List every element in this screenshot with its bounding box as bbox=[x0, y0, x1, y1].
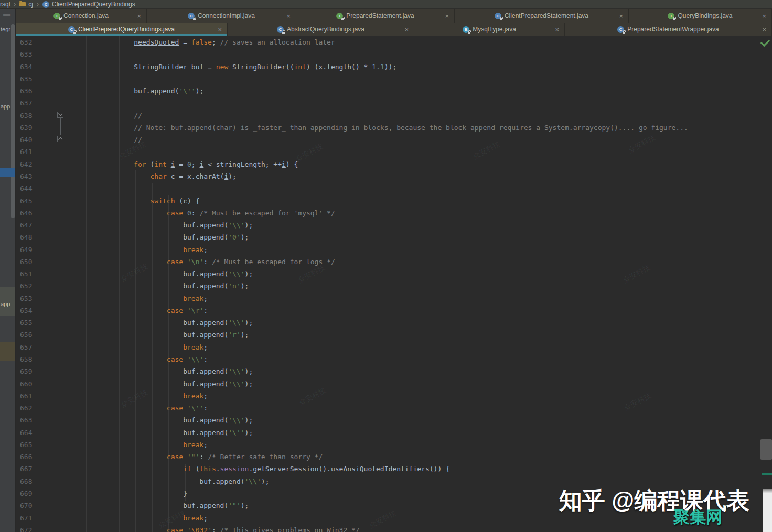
code-line-654[interactable]: 654 case '\r': bbox=[16, 305, 772, 317]
line-number: 632 bbox=[20, 36, 41, 48]
code-line-632[interactable]: 632 needsQuoted = false; // saves an all… bbox=[16, 36, 772, 49]
line-number: 654 bbox=[20, 305, 41, 317]
line-number: 634 bbox=[20, 61, 41, 73]
code-line-641[interactable]: 641 bbox=[16, 146, 772, 158]
code-line-635[interactable]: 635 bbox=[16, 73, 772, 85]
tab-close-icon[interactable]: × bbox=[762, 13, 766, 19]
readonly-lock-icon bbox=[193, 18, 196, 20]
code-line-634[interactable]: 634 StringBuilder buf = new StringBuilde… bbox=[16, 61, 772, 73]
editor-tab[interactable]: C PreparedStatementWrapper.java × bbox=[565, 23, 772, 36]
watermark-strip bbox=[763, 489, 772, 532]
code-line-672[interactable]: 672 case '\032': /* This gives problems … bbox=[16, 524, 772, 532]
line-number: 657 bbox=[20, 341, 41, 353]
line-number: 645 bbox=[20, 195, 41, 207]
line-number: 648 bbox=[20, 231, 41, 243]
file-type-icon: E bbox=[463, 26, 469, 33]
code-line-642[interactable]: 642 for (int i = 0; i < stringLength; ++… bbox=[16, 158, 772, 171]
code-line-657[interactable]: 657 break; bbox=[16, 341, 772, 354]
code-line-663[interactable]: 663 buf.append('\\'); bbox=[16, 414, 772, 427]
tab-label: PreparedStatement.java bbox=[346, 12, 414, 19]
editor-tab[interactable]: I Connection.java × bbox=[16, 9, 147, 23]
line-number: 670 bbox=[20, 500, 41, 512]
code-line-662[interactable]: 662 case '\'': bbox=[16, 402, 772, 415]
editor-tab[interactable]: I QueryBindings.java × bbox=[629, 9, 772, 23]
ide-window: rsql › cj › C ClientPreparedQueryBinding… bbox=[0, 0, 772, 532]
code-line-665[interactable]: 665 break; bbox=[16, 439, 772, 451]
file-type-icon: C bbox=[617, 26, 624, 33]
tab-close-icon[interactable]: × bbox=[137, 13, 141, 19]
code-line-644[interactable]: 644 bbox=[16, 182, 772, 195]
code-line-659[interactable]: 659 buf.append('\\'); bbox=[16, 365, 772, 378]
code-line-658[interactable]: 658 case '\\': bbox=[16, 353, 772, 366]
breadcrumb-separator-icon: › bbox=[37, 1, 39, 8]
line-number: 658 bbox=[20, 353, 41, 365]
code-line-647[interactable]: 647 buf.append('\\'); bbox=[16, 219, 772, 232]
code-line-648[interactable]: 648 buf.append('0'); bbox=[16, 231, 772, 244]
code-line-650[interactable]: 650 case '\n': /* Must be escaped for lo… bbox=[16, 256, 772, 268]
file-type-icon: C bbox=[188, 13, 195, 19]
project-scrollbar-thumb[interactable] bbox=[11, 24, 15, 218]
readonly-lock-icon bbox=[282, 32, 285, 34]
code-line-637[interactable]: 637 bbox=[16, 97, 772, 110]
project-tree-item[interactable]: tegr bbox=[1, 26, 10, 32]
code-line-664[interactable]: 664 buf.append('\''); bbox=[16, 427, 772, 439]
project-tree-item[interactable]: app bbox=[1, 301, 10, 307]
editor-scrollbar-thumb[interactable] bbox=[760, 439, 772, 460]
editor-tab[interactable]: C ClientPreparedStatement.java × bbox=[455, 9, 629, 23]
editor-tab[interactable]: C AbstractQueryBindings.java × bbox=[228, 23, 414, 36]
code-line-649[interactable]: 649 break; bbox=[16, 244, 772, 256]
code-line-646[interactable]: 646 case 0: /* Must be escaped for 'mysq… bbox=[16, 207, 772, 220]
code-line-639[interactable]: 639 // Note: buf.append(char) is _faster… bbox=[16, 122, 772, 134]
tab-label: MysqlType.java bbox=[473, 26, 516, 33]
line-number: 667 bbox=[20, 463, 41, 475]
code-line-636[interactable]: 636 buf.append('\''); bbox=[16, 85, 772, 97]
line-number: 636 bbox=[20, 85, 41, 97]
line-number: 641 bbox=[20, 146, 41, 158]
project-tree-highlight-row[interactable] bbox=[0, 342, 16, 361]
code-line-651[interactable]: 651 buf.append('\\'); bbox=[16, 268, 772, 280]
tab-label: ClientPreparedQueryBindings.java bbox=[78, 26, 175, 33]
tab-close-icon[interactable]: × bbox=[619, 13, 623, 19]
code-line-653[interactable]: 653 break; bbox=[16, 292, 772, 305]
code-line-645[interactable]: 645 switch (c) { bbox=[16, 195, 772, 208]
code-line-660[interactable]: 660 buf.append('\\'); bbox=[16, 378, 772, 390]
line-number: 664 bbox=[20, 427, 41, 439]
code-line-633[interactable]: 633 bbox=[16, 48, 772, 61]
project-panel-collapsed[interactable]: — tegr app app bbox=[0, 9, 16, 532]
tab-label: ConnectionImpl.java bbox=[198, 12, 255, 19]
tab-close-icon[interactable]: × bbox=[404, 26, 409, 33]
line-number: 644 bbox=[20, 182, 41, 194]
code-line-643[interactable]: 643 char c = x.charAt(i); bbox=[16, 170, 772, 183]
code-editor[interactable]: 632 needsQuoted = false; // saves an all… bbox=[16, 36, 772, 532]
line-number: 663 bbox=[20, 414, 41, 426]
code-line-667[interactable]: 667 if (this.session.getServerSession().… bbox=[16, 463, 772, 475]
code-line-655[interactable]: 655 buf.append('\\'); bbox=[16, 317, 772, 329]
code-line-661[interactable]: 661 break; bbox=[16, 390, 772, 403]
project-tree-selected-row[interactable] bbox=[0, 168, 16, 177]
breadcrumb-item-package[interactable]: rsql bbox=[0, 1, 10, 8]
code-line-652[interactable]: 652 buf.append('n'); bbox=[16, 280, 772, 292]
tab-label: ClientPreparedStatement.java bbox=[505, 12, 588, 19]
breadcrumb-item-class[interactable]: C ClientPreparedQueryBindings bbox=[42, 1, 135, 8]
code-line-638[interactable]: 638 // bbox=[16, 110, 772, 122]
class-icon: C bbox=[42, 1, 49, 8]
tab-close-icon[interactable]: × bbox=[218, 26, 222, 33]
code-line-656[interactable]: 656 buf.append('r'); bbox=[16, 329, 772, 341]
editor-tab[interactable]: I PreparedStatement.java × bbox=[296, 9, 455, 23]
minimize-icon[interactable]: — bbox=[3, 10, 10, 19]
tab-close-icon[interactable]: × bbox=[445, 13, 449, 19]
tab-close-icon[interactable]: × bbox=[762, 26, 766, 33]
breadcrumb-folder-label: cj bbox=[28, 1, 33, 8]
breadcrumb-item-folder[interactable]: cj bbox=[19, 1, 33, 8]
editor-tab[interactable]: C ClientPreparedQueryBindings.java × bbox=[16, 23, 228, 36]
tab-close-icon[interactable]: × bbox=[555, 26, 559, 33]
code-line-640[interactable]: 640 // bbox=[16, 134, 772, 146]
editor-tab[interactable]: E MysqlType.java × bbox=[414, 23, 565, 36]
project-tree-item[interactable]: app bbox=[1, 103, 10, 110]
fold-marker-icon[interactable] bbox=[57, 136, 63, 142]
file-type-icon: C bbox=[495, 13, 501, 19]
editor-tab[interactable]: C ConnectionImpl.java × bbox=[147, 9, 296, 23]
code-line-666[interactable]: 666 case '"': /* Better safe than sorry … bbox=[16, 451, 772, 463]
tab-close-icon[interactable]: × bbox=[286, 13, 291, 19]
file-type-icon: C bbox=[68, 26, 75, 33]
